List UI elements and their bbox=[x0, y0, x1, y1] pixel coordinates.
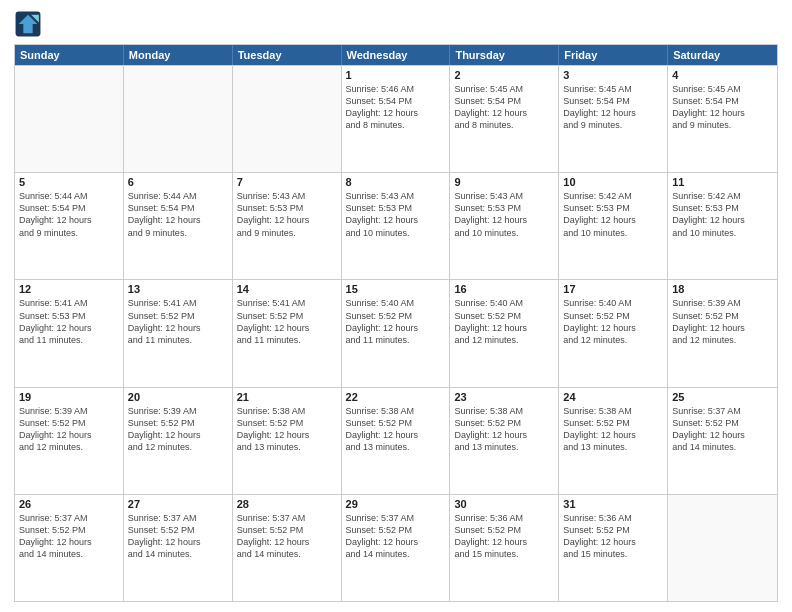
day-number: 26 bbox=[19, 498, 119, 510]
day-info: Sunrise: 5:42 AM Sunset: 5:53 PM Dayligh… bbox=[563, 190, 663, 239]
empty-cell-4-6 bbox=[668, 495, 777, 601]
day-number: 16 bbox=[454, 283, 554, 295]
day-info: Sunrise: 5:44 AM Sunset: 5:54 PM Dayligh… bbox=[19, 190, 119, 239]
day-number: 28 bbox=[237, 498, 337, 510]
day-info: Sunrise: 5:44 AM Sunset: 5:54 PM Dayligh… bbox=[128, 190, 228, 239]
day-cell-16: 16Sunrise: 5:40 AM Sunset: 5:52 PM Dayli… bbox=[450, 280, 559, 386]
day-info: Sunrise: 5:37 AM Sunset: 5:52 PM Dayligh… bbox=[237, 512, 337, 561]
day-info: Sunrise: 5:43 AM Sunset: 5:53 PM Dayligh… bbox=[237, 190, 337, 239]
day-number: 27 bbox=[128, 498, 228, 510]
day-number: 8 bbox=[346, 176, 446, 188]
day-info: Sunrise: 5:43 AM Sunset: 5:53 PM Dayligh… bbox=[454, 190, 554, 239]
day-info: Sunrise: 5:39 AM Sunset: 5:52 PM Dayligh… bbox=[672, 297, 773, 346]
day-info: Sunrise: 5:39 AM Sunset: 5:52 PM Dayligh… bbox=[19, 405, 119, 454]
day-cell-12: 12Sunrise: 5:41 AM Sunset: 5:53 PM Dayli… bbox=[15, 280, 124, 386]
day-info: Sunrise: 5:45 AM Sunset: 5:54 PM Dayligh… bbox=[454, 83, 554, 132]
day-cell-5: 5Sunrise: 5:44 AM Sunset: 5:54 PM Daylig… bbox=[15, 173, 124, 279]
day-number: 6 bbox=[128, 176, 228, 188]
day-cell-14: 14Sunrise: 5:41 AM Sunset: 5:52 PM Dayli… bbox=[233, 280, 342, 386]
day-info: Sunrise: 5:37 AM Sunset: 5:52 PM Dayligh… bbox=[346, 512, 446, 561]
day-cell-30: 30Sunrise: 5:36 AM Sunset: 5:52 PM Dayli… bbox=[450, 495, 559, 601]
day-number: 12 bbox=[19, 283, 119, 295]
day-cell-17: 17Sunrise: 5:40 AM Sunset: 5:52 PM Dayli… bbox=[559, 280, 668, 386]
calendar: SundayMondayTuesdayWednesdayThursdayFrid… bbox=[14, 44, 778, 602]
day-info: Sunrise: 5:38 AM Sunset: 5:52 PM Dayligh… bbox=[563, 405, 663, 454]
day-cell-29: 29Sunrise: 5:37 AM Sunset: 5:52 PM Dayli… bbox=[342, 495, 451, 601]
day-info: Sunrise: 5:36 AM Sunset: 5:52 PM Dayligh… bbox=[454, 512, 554, 561]
day-number: 14 bbox=[237, 283, 337, 295]
header-day-wednesday: Wednesday bbox=[342, 45, 451, 65]
day-cell-13: 13Sunrise: 5:41 AM Sunset: 5:52 PM Dayli… bbox=[124, 280, 233, 386]
day-number: 10 bbox=[563, 176, 663, 188]
day-info: Sunrise: 5:41 AM Sunset: 5:52 PM Dayligh… bbox=[237, 297, 337, 346]
day-cell-26: 26Sunrise: 5:37 AM Sunset: 5:52 PM Dayli… bbox=[15, 495, 124, 601]
header-day-tuesday: Tuesday bbox=[233, 45, 342, 65]
day-number: 25 bbox=[672, 391, 773, 403]
day-cell-10: 10Sunrise: 5:42 AM Sunset: 5:53 PM Dayli… bbox=[559, 173, 668, 279]
day-cell-23: 23Sunrise: 5:38 AM Sunset: 5:52 PM Dayli… bbox=[450, 388, 559, 494]
day-info: Sunrise: 5:41 AM Sunset: 5:52 PM Dayligh… bbox=[128, 297, 228, 346]
day-cell-21: 21Sunrise: 5:38 AM Sunset: 5:52 PM Dayli… bbox=[233, 388, 342, 494]
day-number: 18 bbox=[672, 283, 773, 295]
day-info: Sunrise: 5:39 AM Sunset: 5:52 PM Dayligh… bbox=[128, 405, 228, 454]
day-cell-15: 15Sunrise: 5:40 AM Sunset: 5:52 PM Dayli… bbox=[342, 280, 451, 386]
header-day-thursday: Thursday bbox=[450, 45, 559, 65]
day-number: 2 bbox=[454, 69, 554, 81]
header-day-saturday: Saturday bbox=[668, 45, 777, 65]
page: SundayMondayTuesdayWednesdayThursdayFrid… bbox=[0, 0, 792, 612]
day-number: 19 bbox=[19, 391, 119, 403]
day-cell-31: 31Sunrise: 5:36 AM Sunset: 5:52 PM Dayli… bbox=[559, 495, 668, 601]
day-number: 20 bbox=[128, 391, 228, 403]
day-cell-11: 11Sunrise: 5:42 AM Sunset: 5:53 PM Dayli… bbox=[668, 173, 777, 279]
day-cell-19: 19Sunrise: 5:39 AM Sunset: 5:52 PM Dayli… bbox=[15, 388, 124, 494]
header bbox=[14, 10, 778, 38]
empty-cell-0-0 bbox=[15, 66, 124, 172]
day-number: 30 bbox=[454, 498, 554, 510]
day-info: Sunrise: 5:40 AM Sunset: 5:52 PM Dayligh… bbox=[346, 297, 446, 346]
day-cell-6: 6Sunrise: 5:44 AM Sunset: 5:54 PM Daylig… bbox=[124, 173, 233, 279]
day-info: Sunrise: 5:43 AM Sunset: 5:53 PM Dayligh… bbox=[346, 190, 446, 239]
day-info: Sunrise: 5:37 AM Sunset: 5:52 PM Dayligh… bbox=[128, 512, 228, 561]
calendar-body: 1Sunrise: 5:46 AM Sunset: 5:54 PM Daylig… bbox=[15, 65, 777, 601]
day-cell-7: 7Sunrise: 5:43 AM Sunset: 5:53 PM Daylig… bbox=[233, 173, 342, 279]
day-number: 21 bbox=[237, 391, 337, 403]
calendar-row-2: 12Sunrise: 5:41 AM Sunset: 5:53 PM Dayli… bbox=[15, 279, 777, 386]
day-number: 17 bbox=[563, 283, 663, 295]
day-info: Sunrise: 5:42 AM Sunset: 5:53 PM Dayligh… bbox=[672, 190, 773, 239]
day-info: Sunrise: 5:38 AM Sunset: 5:52 PM Dayligh… bbox=[454, 405, 554, 454]
header-day-sunday: Sunday bbox=[15, 45, 124, 65]
day-info: Sunrise: 5:38 AM Sunset: 5:52 PM Dayligh… bbox=[346, 405, 446, 454]
day-number: 3 bbox=[563, 69, 663, 81]
day-cell-4: 4Sunrise: 5:45 AM Sunset: 5:54 PM Daylig… bbox=[668, 66, 777, 172]
day-number: 9 bbox=[454, 176, 554, 188]
day-number: 4 bbox=[672, 69, 773, 81]
day-number: 15 bbox=[346, 283, 446, 295]
calendar-header: SundayMondayTuesdayWednesdayThursdayFrid… bbox=[15, 45, 777, 65]
calendar-row-1: 5Sunrise: 5:44 AM Sunset: 5:54 PM Daylig… bbox=[15, 172, 777, 279]
day-cell-25: 25Sunrise: 5:37 AM Sunset: 5:52 PM Dayli… bbox=[668, 388, 777, 494]
day-info: Sunrise: 5:40 AM Sunset: 5:52 PM Dayligh… bbox=[454, 297, 554, 346]
day-cell-24: 24Sunrise: 5:38 AM Sunset: 5:52 PM Dayli… bbox=[559, 388, 668, 494]
day-info: Sunrise: 5:40 AM Sunset: 5:52 PM Dayligh… bbox=[563, 297, 663, 346]
empty-cell-0-2 bbox=[233, 66, 342, 172]
logo-icon bbox=[14, 10, 42, 38]
empty-cell-0-1 bbox=[124, 66, 233, 172]
day-cell-1: 1Sunrise: 5:46 AM Sunset: 5:54 PM Daylig… bbox=[342, 66, 451, 172]
day-cell-3: 3Sunrise: 5:45 AM Sunset: 5:54 PM Daylig… bbox=[559, 66, 668, 172]
day-cell-22: 22Sunrise: 5:38 AM Sunset: 5:52 PM Dayli… bbox=[342, 388, 451, 494]
day-number: 1 bbox=[346, 69, 446, 81]
calendar-row-0: 1Sunrise: 5:46 AM Sunset: 5:54 PM Daylig… bbox=[15, 65, 777, 172]
day-cell-18: 18Sunrise: 5:39 AM Sunset: 5:52 PM Dayli… bbox=[668, 280, 777, 386]
day-number: 13 bbox=[128, 283, 228, 295]
day-cell-8: 8Sunrise: 5:43 AM Sunset: 5:53 PM Daylig… bbox=[342, 173, 451, 279]
day-info: Sunrise: 5:37 AM Sunset: 5:52 PM Dayligh… bbox=[19, 512, 119, 561]
header-day-friday: Friday bbox=[559, 45, 668, 65]
header-day-monday: Monday bbox=[124, 45, 233, 65]
day-number: 31 bbox=[563, 498, 663, 510]
day-info: Sunrise: 5:45 AM Sunset: 5:54 PM Dayligh… bbox=[563, 83, 663, 132]
day-info: Sunrise: 5:46 AM Sunset: 5:54 PM Dayligh… bbox=[346, 83, 446, 132]
day-cell-20: 20Sunrise: 5:39 AM Sunset: 5:52 PM Dayli… bbox=[124, 388, 233, 494]
day-info: Sunrise: 5:41 AM Sunset: 5:53 PM Dayligh… bbox=[19, 297, 119, 346]
day-info: Sunrise: 5:45 AM Sunset: 5:54 PM Dayligh… bbox=[672, 83, 773, 132]
day-cell-9: 9Sunrise: 5:43 AM Sunset: 5:53 PM Daylig… bbox=[450, 173, 559, 279]
